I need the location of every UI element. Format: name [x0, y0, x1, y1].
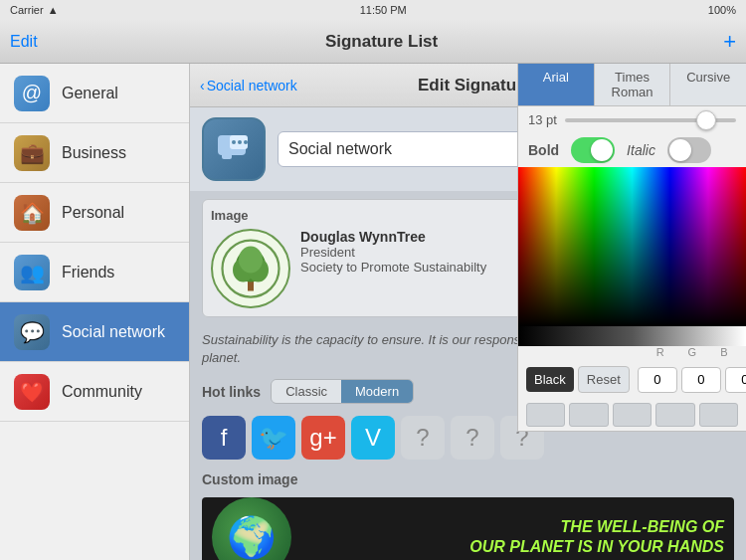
banner-line2: OUR PLANET IS IN YOUR HANDS	[469, 537, 724, 558]
bold-toggle[interactable]	[571, 137, 615, 163]
sidebar-label-community: Community	[62, 383, 142, 401]
banner-text: THE WELL-BEING OF OUR PLANET IS IN YOUR …	[469, 517, 724, 559]
scroll-box-5[interactable]	[699, 403, 738, 427]
banner-line1: THE WELL-BEING OF	[469, 517, 724, 538]
earth-icon: 🌍	[212, 497, 291, 560]
sidebar-item-personal[interactable]: 🏠 Personal	[0, 183, 189, 243]
sidebar-item-friends[interactable]: 👥 Friends	[0, 243, 189, 302]
color-gradient[interactable]	[518, 167, 746, 326]
carrier-label: Carrier	[10, 4, 44, 16]
italic-toggle[interactable]	[667, 137, 711, 163]
scroll-box-4[interactable]	[655, 403, 694, 427]
edit-button[interactable]: Edit	[10, 33, 50, 51]
scroll-row	[518, 399, 746, 431]
font-size-label: 13 pt	[528, 112, 557, 127]
rgb-row: Black Reset	[518, 360, 746, 399]
sidebar-label-general: General	[62, 85, 118, 102]
content-area: ‹ Social network Edit Signature HINT: ED…	[190, 64, 746, 560]
svg-point-3	[232, 140, 236, 144]
custom-image-banner: 🌍 THE WELL-BEING OF OUR PLANET IS IN YOU…	[202, 497, 734, 560]
g-input[interactable]	[681, 367, 721, 393]
svg-point-5	[244, 140, 248, 144]
font-tab-cursive[interactable]: Cursive	[670, 64, 746, 105]
sidebar-item-general[interactable]: @ General	[0, 64, 189, 123]
bold-italic-row: Bold Italic	[518, 133, 746, 167]
svg-rect-1	[222, 151, 232, 159]
slider-thumb[interactable]	[696, 110, 716, 130]
sidebar-item-social-network[interactable]: 💬 Social network	[0, 302, 189, 362]
custom-image-label: Custom image	[190, 466, 746, 493]
personal-icon: 🏠	[14, 195, 50, 231]
main-layout: @ General 💼 Business 🏠 Personal 👥 Friend…	[0, 64, 746, 560]
font-tabs: Arial Times Roman Cursive	[518, 64, 746, 106]
sidebar-label-friends: Friends	[62, 264, 114, 281]
reset-button[interactable]: Reset	[578, 366, 630, 393]
g-label: G	[678, 346, 706, 358]
sidebar-label-business: Business	[62, 144, 126, 162]
svg-point-11	[239, 247, 263, 274]
r-label: R	[647, 346, 674, 358]
black-white-bar[interactable]	[518, 326, 746, 346]
bold-label: Bold	[528, 142, 559, 158]
sidebar-item-business[interactable]: 💼 Business	[0, 123, 189, 183]
svg-point-4	[238, 140, 242, 144]
scroll-box-2[interactable]	[569, 403, 608, 427]
font-tab-times[interactable]: Times Roman	[595, 64, 671, 105]
modern-toggle[interactable]: Modern	[341, 380, 413, 403]
business-icon: 💼	[14, 135, 50, 171]
friends-icon: 👥	[14, 255, 50, 290]
gradient-main	[518, 167, 746, 326]
back-button[interactable]: ‹ Social network	[200, 78, 297, 93]
tree-image	[211, 229, 290, 308]
add-button[interactable]: +	[723, 29, 736, 55]
sidebar: @ General 💼 Business 🏠 Personal 👥 Friend…	[0, 64, 190, 560]
b-label: B	[710, 346, 738, 358]
unknown-icon-1[interactable]: ?	[401, 416, 445, 460]
scroll-box-3[interactable]	[613, 403, 652, 427]
vimeo-icon[interactable]: V	[351, 416, 395, 460]
b-input[interactable]	[725, 367, 746, 393]
twitter-icon[interactable]: 🐦	[252, 416, 295, 460]
color-picker: Arial Times Roman Cursive 13 pt Bold Ita…	[517, 64, 746, 432]
classic-toggle[interactable]: Classic	[272, 380, 341, 403]
sidebar-label-social: Social network	[62, 323, 165, 341]
status-bar: Carrier ▲ 11:50 PM 100%	[0, 0, 746, 20]
general-icon: @	[14, 76, 50, 111]
sig-icon	[202, 117, 266, 181]
sidebar-item-community[interactable]: ❤️ Community	[0, 362, 189, 422]
back-chevron-icon: ‹	[200, 78, 205, 93]
status-right: 100%	[708, 4, 736, 16]
scroll-box-1[interactable]	[526, 403, 565, 427]
back-label: Social network	[207, 78, 297, 93]
sidebar-label-personal: Personal	[62, 204, 124, 222]
hot-links-toggle: Classic Modern	[271, 379, 414, 404]
chat-icon-svg	[214, 129, 254, 169]
facebook-icon[interactable]: f	[202, 416, 246, 460]
font-size-slider[interactable]	[565, 118, 736, 122]
community-icon: ❤️	[14, 374, 50, 410]
bold-toggle-knob	[591, 139, 613, 161]
time-label: 11:50 PM	[360, 4, 407, 16]
rgb-labels-row: R G B	[518, 346, 746, 360]
social-icon: 💬	[14, 314, 50, 350]
googleplus-icon[interactable]: g+	[301, 416, 345, 460]
font-tab-arial[interactable]: Arial	[518, 64, 595, 105]
r-input[interactable]	[638, 367, 677, 393]
wifi-icon: ▲	[48, 4, 59, 16]
battery-label: 100%	[708, 4, 736, 16]
nav-bar: Edit Signature List +	[0, 20, 746, 64]
tree-svg	[221, 239, 280, 298]
unknown-icon-2[interactable]: ?	[451, 416, 494, 460]
font-size-row: 13 pt	[518, 106, 746, 133]
italic-toggle-knob	[669, 139, 691, 161]
italic-label: Italic	[627, 142, 655, 158]
status-left: Carrier ▲	[10, 4, 59, 16]
edit-sig-title: Edit Signature	[418, 76, 532, 95]
hot-links-label: Hot links	[202, 384, 261, 400]
black-button[interactable]: Black	[526, 367, 574, 392]
nav-title: Signature List	[50, 32, 713, 52]
